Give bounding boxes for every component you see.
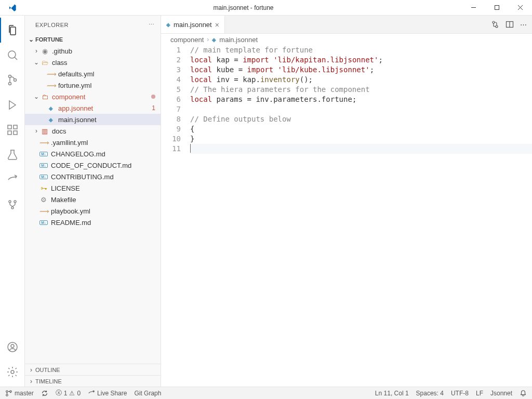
jsonnet-file-icon: ◈ bbox=[212, 37, 216, 43]
tree-file-readme[interactable]: M↓README.md bbox=[25, 217, 161, 228]
svg-point-3 bbox=[8, 83, 11, 85]
problem-count-badge: 1 bbox=[152, 104, 155, 112]
debug-activity-icon[interactable] bbox=[0, 92, 25, 117]
tree-file-yamllint[interactable]: ⟿.yamllint.yml bbox=[25, 137, 161, 148]
status-encoding[interactable]: UTF-8 bbox=[451, 390, 469, 397]
status-liveshare[interactable]: Live Share bbox=[88, 390, 127, 397]
status-position[interactable]: Ln 11, Col 1 bbox=[375, 390, 409, 397]
tree-file-license[interactable]: 🗝LICENSE bbox=[25, 182, 161, 194]
folder-open-icon: 🗁 bbox=[41, 59, 49, 66]
status-problems[interactable]: ⓧ1⚠0 bbox=[56, 389, 81, 397]
svg-rect-8 bbox=[14, 125, 17, 129]
tree-file-app-jsonnet[interactable]: ◈app.jsonnet1 bbox=[25, 102, 161, 114]
modified-dot-icon bbox=[151, 95, 155, 99]
extensions-activity-icon[interactable] bbox=[0, 117, 25, 142]
project-root[interactable]: ⌄FORTUNE bbox=[25, 34, 161, 45]
explorer-activity-icon[interactable] bbox=[0, 18, 25, 43]
explorer-sidebar: EXPLORER ⋯ ⌄FORTUNE ›◉.github ⌄🗁class ⟿d… bbox=[25, 16, 161, 387]
breadcrumb-seg[interactable]: component bbox=[170, 36, 204, 44]
svg-rect-0 bbox=[495, 6, 499, 10]
svg-point-13 bbox=[11, 344, 14, 348]
explorer-title: EXPLORER bbox=[35, 22, 69, 28]
markdown-file-icon: M↓ bbox=[39, 152, 48, 156]
status-branch[interactable]: master bbox=[5, 390, 34, 397]
license-file-icon: 🗝 bbox=[39, 184, 48, 192]
tree-folder-component[interactable]: ⌄🗀component bbox=[25, 91, 161, 102]
titlebar: main.jsonnet - fortune bbox=[0, 0, 532, 16]
tree-file-makefile[interactable]: ⚙Makefile bbox=[25, 194, 161, 205]
line-gutter: 1234567891011 bbox=[161, 45, 190, 387]
split-editor-icon[interactable] bbox=[506, 20, 514, 29]
jsonnet-file-icon: ◈ bbox=[166, 22, 170, 28]
status-spaces[interactable]: Spaces: 4 bbox=[416, 390, 444, 397]
svg-point-14 bbox=[11, 370, 14, 374]
explorer-more-icon[interactable]: ⋯ bbox=[149, 21, 155, 28]
makefile-icon: ⚙ bbox=[39, 196, 48, 204]
svg-point-10 bbox=[14, 201, 16, 203]
tab-more-icon[interactable]: ⋯ bbox=[520, 21, 527, 29]
yaml-file-icon: ⟿ bbox=[39, 139, 48, 147]
tree-file-defaults[interactable]: ⟿defaults.yml bbox=[25, 68, 161, 79]
minimize-button[interactable] bbox=[462, 0, 485, 16]
tab-main-jsonnet[interactable]: ◈ main.jsonnet × bbox=[161, 16, 225, 33]
account-activity-icon[interactable] bbox=[0, 335, 25, 360]
outline-panel[interactable]: ›OUTLINE bbox=[25, 364, 161, 375]
tree-file-playbook[interactable]: ⟿playbook.yml bbox=[25, 205, 161, 217]
yaml-file-icon: ⟿ bbox=[47, 82, 55, 89]
status-lang[interactable]: Jsonnet bbox=[490, 390, 512, 397]
tree-file-coc[interactable]: M↓CODE_OF_CONDUCT.md bbox=[25, 159, 161, 171]
yaml-file-icon: ⟿ bbox=[47, 70, 55, 78]
editor-tabs: ◈ main.jsonnet × ⋯ bbox=[161, 16, 532, 34]
share-activity-icon[interactable] bbox=[0, 167, 25, 192]
svg-point-18 bbox=[6, 390, 8, 392]
editor-area: ◈ main.jsonnet × ⋯ component › ◈ main.js… bbox=[161, 16, 532, 387]
timeline-panel[interactable]: ›TIMELINE bbox=[25, 375, 161, 387]
yaml-file-icon: ⟿ bbox=[39, 207, 48, 215]
settings-activity-icon[interactable] bbox=[0, 360, 25, 384]
markdown-file-icon: M↓ bbox=[39, 220, 48, 225]
breadcrumb[interactable]: component › ◈ main.jsonnet bbox=[161, 34, 532, 45]
test-activity-icon[interactable] bbox=[0, 142, 25, 167]
activity-bar bbox=[0, 16, 25, 387]
close-button[interactable] bbox=[509, 0, 532, 16]
svg-point-2 bbox=[8, 75, 11, 78]
status-gitgraph[interactable]: Git Graph bbox=[134, 390, 161, 397]
markdown-file-icon: M↓ bbox=[39, 175, 48, 179]
window-title: main.jsonnet - fortune bbox=[25, 4, 462, 11]
svg-point-1 bbox=[8, 51, 16, 58]
jsonnet-file-icon: ◈ bbox=[47, 117, 55, 123]
docs-folder-icon: ▥ bbox=[41, 127, 49, 135]
status-notifications-icon[interactable] bbox=[520, 390, 527, 397]
svg-point-11 bbox=[11, 207, 14, 209]
svg-rect-7 bbox=[14, 131, 17, 135]
tab-label: main.jsonnet bbox=[174, 21, 212, 29]
status-eol[interactable]: LF bbox=[476, 390, 483, 397]
svg-point-15 bbox=[493, 21, 495, 23]
markdown-file-icon: M↓ bbox=[39, 163, 48, 168]
tree-folder-github[interactable]: ›◉.github bbox=[25, 45, 161, 57]
svg-point-9 bbox=[9, 201, 11, 203]
code-editor[interactable]: 1234567891011 // main template for fortu… bbox=[161, 45, 532, 387]
status-bar: master ⓧ1⚠0 Live Share Git Graph Ln 11, … bbox=[0, 387, 532, 399]
status-sync[interactable] bbox=[41, 390, 48, 397]
scm-activity-icon[interactable] bbox=[0, 68, 25, 92]
tree-file-contributing[interactable]: M↓CONTRIBUTING.md bbox=[25, 171, 161, 182]
tree-file-fortune-yml[interactable]: ⟿fortune.yml bbox=[25, 79, 161, 91]
svg-rect-6 bbox=[8, 131, 11, 135]
breadcrumb-seg[interactable]: main.jsonnet bbox=[219, 36, 258, 44]
svg-point-19 bbox=[6, 394, 8, 396]
search-activity-icon[interactable] bbox=[0, 43, 25, 68]
tree-folder-docs[interactable]: ›▥docs bbox=[25, 125, 161, 137]
tree-file-main-jsonnet[interactable]: ◈main.jsonnet bbox=[25, 114, 161, 125]
svg-rect-5 bbox=[8, 125, 11, 129]
app-menu-icon[interactable] bbox=[0, 4, 25, 12]
tab-close-icon[interactable]: × bbox=[215, 21, 219, 29]
tree-file-changelog[interactable]: M↓CHANGELOG.md bbox=[25, 148, 161, 159]
maximize-button[interactable] bbox=[485, 0, 509, 16]
tree-folder-class[interactable]: ⌄🗁class bbox=[25, 57, 161, 68]
svg-point-4 bbox=[14, 79, 16, 82]
component-folder-icon: 🗀 bbox=[41, 93, 49, 101]
gitgraph-activity-icon[interactable] bbox=[0, 192, 25, 217]
compare-changes-icon[interactable] bbox=[491, 20, 499, 29]
github-folder-icon: ◉ bbox=[41, 47, 49, 55]
